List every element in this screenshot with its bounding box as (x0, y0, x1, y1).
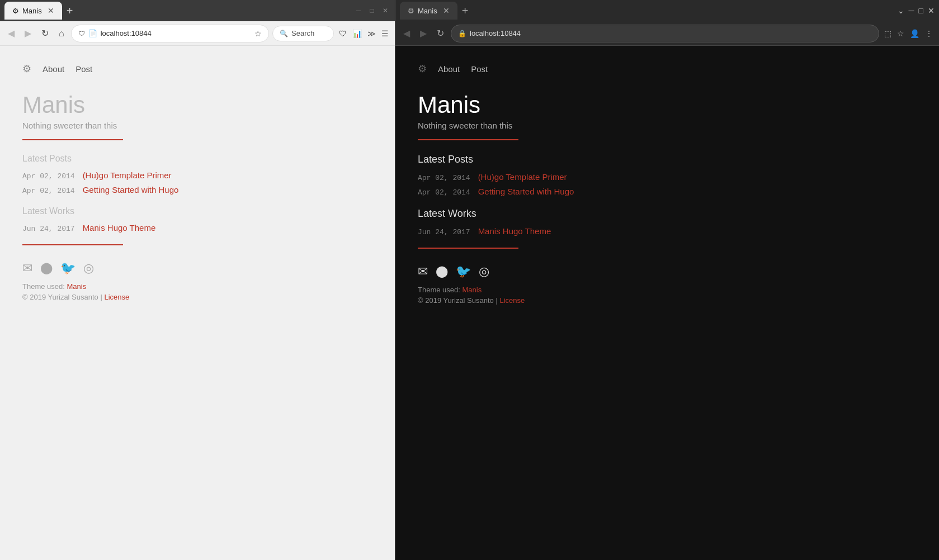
left-posts-list: Apr 02, 2014 (Hu)go Template Primer Apr … (22, 170, 372, 195)
right-nav-post[interactable]: Post (471, 64, 488, 74)
browsers-container: ⚙ Manis ✕ + ─ □ ✕ ◀ ▶ ↻ ⌂ 🛡 📄 localhost:… (0, 0, 939, 560)
right-github-icon[interactable]: ⬤ (436, 264, 448, 279)
left-tab-close[interactable]: ✕ (48, 6, 54, 15)
left-browser-window: ⚙ Manis ✕ + ─ □ ✕ ◀ ▶ ↻ ⌂ 🛡 📄 localhost:… (0, 0, 395, 560)
right-theme-link[interactable]: Manis (463, 286, 482, 294)
left-home-button[interactable]: ⌂ (55, 26, 68, 41)
left-theme-label: Theme used: (22, 282, 65, 291)
right-copyright-line: © 2019 Yurizal Susanto | License (418, 296, 917, 305)
left-divider-2 (22, 244, 123, 245)
right-lock-icon: 🔒 (458, 30, 466, 37)
left-maximize-button[interactable]: □ (367, 6, 377, 16)
right-nav-extra: ⬚ ☆ 👤 ⋮ (883, 27, 935, 40)
right-minimize-button[interactable]: ─ (909, 6, 914, 15)
left-post-1-link[interactable]: (Hu)go Template Primer (83, 170, 172, 180)
right-copyright-text: © 2019 Yurizal Susanto | (418, 296, 498, 305)
right-post-2-link[interactable]: Getting Started with Hugo (478, 187, 574, 196)
right-post-item-2: Apr 02, 2014 Getting Started with Hugo (418, 187, 917, 197)
left-copyright-text: © 2019 Yurizal Susanto | (22, 293, 102, 301)
left-works-list: Jun 24, 2017 Manis Hugo Theme (22, 223, 372, 233)
left-email-icon[interactable]: ✉ (22, 261, 32, 276)
left-minimize-button[interactable]: ─ (353, 6, 364, 16)
right-tab-title: Manis (418, 7, 437, 15)
right-works-list: Jun 24, 2017 Manis Hugo Theme (418, 226, 917, 236)
left-shield-icon: 🛡 (78, 30, 85, 37)
left-more-btn[interactable]: ≫ (366, 27, 378, 40)
left-github-icon[interactable]: ⬤ (40, 261, 53, 276)
left-search-box[interactable]: 🔍 Search (272, 26, 334, 41)
right-close-button[interactable]: ✕ (928, 6, 935, 15)
left-tab-bar: ⚙ Manis ✕ + ─ □ ✕ (0, 0, 395, 21)
right-tab-bar: ⚙ Manis ✕ + ⌄ ─ □ ✕ (395, 0, 939, 21)
right-nav-about[interactable]: About (438, 64, 460, 74)
right-work-item-1: Jun 24, 2017 Manis Hugo Theme (418, 226, 917, 236)
right-menu-btn[interactable]: ⋮ (923, 27, 935, 40)
right-work-1-link[interactable]: Manis Hugo Theme (478, 226, 551, 236)
left-nav-extra: 🛡 📊 ≫ ☰ (337, 27, 390, 40)
left-nav-post[interactable]: Post (76, 64, 92, 74)
left-nav-about[interactable]: About (43, 64, 64, 74)
left-reload-button[interactable]: ↻ (38, 26, 52, 41)
right-new-tab-button[interactable]: + (462, 4, 469, 17)
right-theme-label: Theme used: (418, 286, 460, 294)
left-nav-bar: ◀ ▶ ↻ ⌂ 🛡 📄 localhost:10844 ☆ 🔍 Search 🛡… (0, 21, 395, 46)
left-site-nav: ⚙ About Post (22, 63, 372, 75)
left-address-bar[interactable]: 🛡 📄 localhost:10844 ☆ (71, 25, 269, 42)
left-tab-title: Manis (22, 7, 42, 15)
left-theme-link[interactable]: Manis (67, 282, 87, 291)
left-latest-posts-label: Latest Posts (22, 154, 372, 164)
left-search-label: Search (291, 29, 314, 37)
right-twitter-icon[interactable]: 🐦 (456, 264, 471, 279)
left-forward-button[interactable]: ▶ (21, 26, 35, 41)
right-rss-icon[interactable]: ◎ (479, 264, 489, 279)
left-new-tab-button[interactable]: + (67, 5, 73, 16)
left-nav-gear-icon: ⚙ (22, 63, 31, 75)
right-social-icons: ✉ ⬤ 🐦 ◎ (418, 264, 917, 279)
left-copyright-line: © 2019 Yurizal Susanto | License (22, 293, 372, 301)
right-nav-bar: ◀ ▶ ↻ 🔒 localhost:10844 ⬚ ☆ 👤 ⋮ (395, 21, 939, 46)
right-post-1-link[interactable]: (Hu)go Template Primer (478, 172, 567, 182)
left-rss-icon[interactable]: ◎ (83, 261, 94, 276)
left-back-button[interactable]: ◀ (4, 26, 18, 41)
right-divider-2 (418, 248, 518, 249)
left-twitter-icon[interactable]: 🐦 (60, 261, 76, 276)
left-close-button[interactable]: ✕ (380, 6, 390, 16)
left-social-icons: ✉ ⬤ 🐦 ◎ (22, 261, 372, 276)
right-tab-favicon: ⚙ (408, 7, 414, 15)
right-chevron-button[interactable]: ⌄ (898, 6, 904, 15)
right-browser-window: ⚙ Manis ✕ + ⌄ ─ □ ✕ ◀ ▶ ↻ 🔒 localhost:10… (395, 0, 939, 560)
right-tab-close[interactable]: ✕ (443, 6, 450, 15)
left-menu-btn[interactable]: ☰ (380, 27, 390, 40)
left-stats-btn[interactable]: 📊 (351, 27, 364, 40)
right-ext-btn[interactable]: ⬚ (883, 27, 893, 40)
right-page-content: ⚙ About Post Manis Nothing sweeter than … (395, 46, 939, 560)
right-email-icon[interactable]: ✉ (418, 264, 428, 279)
right-active-tab[interactable]: ⚙ Manis ✕ (400, 2, 457, 20)
right-maximize-button[interactable]: □ (919, 6, 923, 15)
right-posts-list: Apr 02, 2014 (Hu)go Template Primer Apr … (418, 172, 917, 197)
left-bookmark-icon[interactable]: ☆ (254, 29, 262, 38)
right-license-link[interactable]: License (499, 296, 525, 305)
right-forward-button[interactable]: ▶ (417, 26, 430, 41)
right-star-btn[interactable]: ☆ (895, 27, 906, 40)
left-post-1-date: Apr 02, 2014 (22, 172, 75, 181)
left-post-2-link[interactable]: Getting Started with Hugo (83, 185, 179, 194)
left-site-subtitle: Nothing sweeter than this (22, 121, 372, 130)
right-site-title: Manis (418, 92, 917, 118)
right-address-bar[interactable]: 🔒 localhost:10844 (451, 25, 879, 42)
right-back-button[interactable]: ◀ (400, 26, 413, 41)
left-window-controls: ─ □ ✕ (353, 6, 390, 16)
left-license-link[interactable]: License (104, 293, 129, 301)
left-active-tab[interactable]: ⚙ Manis ✕ (4, 2, 62, 20)
left-theme-line: Theme used: Manis (22, 282, 372, 291)
right-user-btn[interactable]: 👤 (908, 27, 921, 40)
right-post-item-1: Apr 02, 2014 (Hu)go Template Primer (418, 172, 917, 182)
right-latest-posts-label: Latest Posts (418, 154, 917, 165)
right-reload-button[interactable]: ↻ (433, 26, 447, 41)
left-shield-btn[interactable]: 🛡 (337, 27, 348, 40)
left-work-1-link[interactable]: Manis Hugo Theme (83, 223, 156, 232)
left-page-icon: 📄 (88, 29, 97, 37)
left-search-icon: 🔍 (280, 30, 288, 37)
right-work-1-date: Jun 24, 2017 (418, 228, 470, 236)
left-work-1-date: Jun 24, 2017 (22, 225, 75, 233)
